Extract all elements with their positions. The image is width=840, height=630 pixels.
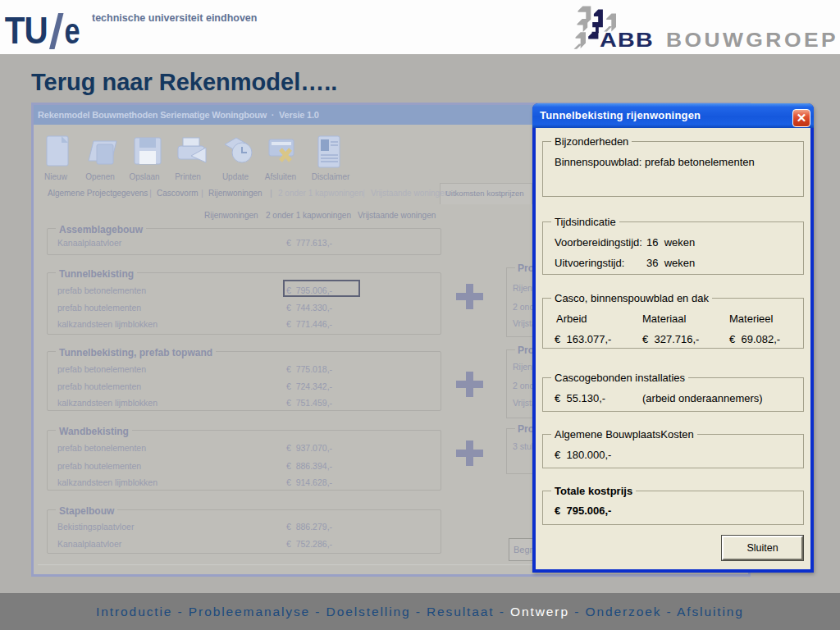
svg-text:BOUWGROEP: BOUWGROEP xyxy=(666,30,838,51)
svg-text:ABB: ABB xyxy=(600,30,654,52)
